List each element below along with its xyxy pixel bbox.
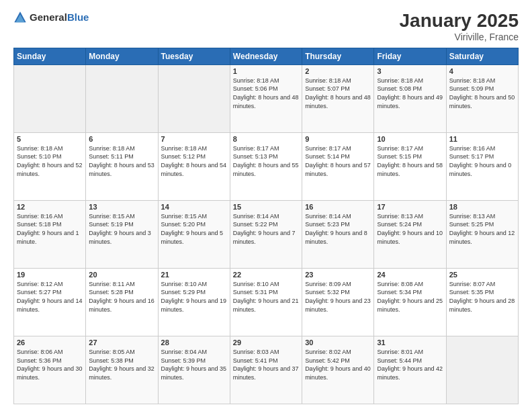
day-info: Sunrise: 8:05 AM Sunset: 5:38 PM Dayligh… [89,348,154,381]
day-number: 14 [161,203,227,211]
day-header-monday: Monday [86,48,158,64]
calendar-cell: 11Sunrise: 8:16 AM Sunset: 5:17 PM Dayli… [446,132,518,200]
logo-blue: Blue [67,11,89,23]
day-number: 10 [377,135,443,143]
day-number: 22 [233,271,299,279]
logo-general: General [30,11,67,23]
header: GeneralBlue January 2025 Viriville, Fran… [13,11,519,42]
logo-text: GeneralBlue [30,11,89,24]
calendar-cell: 12Sunrise: 8:16 AM Sunset: 5:18 PM Dayli… [14,200,86,268]
day-info: Sunrise: 8:10 AM Sunset: 5:31 PM Dayligh… [233,280,299,314]
day-info: Sunrise: 8:04 AM Sunset: 5:39 PM Dayligh… [161,348,227,381]
logo-icon [13,11,27,24]
calendar-cell: 13Sunrise: 8:15 AM Sunset: 5:19 PM Dayli… [86,200,158,268]
day-info: Sunrise: 8:07 AM Sunset: 5:35 PM Dayligh… [449,280,515,314]
calendar-cell: 1Sunrise: 8:18 AM Sunset: 5:06 PM Daylig… [230,64,302,132]
day-number: 15 [233,203,299,211]
day-header-wednesday: Wednesday [230,48,302,64]
day-info: Sunrise: 8:16 AM Sunset: 5:18 PM Dayligh… [17,212,83,246]
month-title: January 2025 [400,11,519,32]
calendar-table: SundayMondayTuesdayWednesdayThursdayFrid… [13,48,519,404]
day-number: 2 [305,67,371,75]
calendar-cell: 30Sunrise: 8:02 AM Sunset: 5:42 PM Dayli… [302,336,374,404]
day-number: 25 [449,271,515,279]
calendar-cell: 9Sunrise: 8:17 AM Sunset: 5:14 PM Daylig… [302,132,374,200]
calendar-cell [14,64,86,132]
day-number: 16 [305,203,371,211]
calendar-cell: 23Sunrise: 8:09 AM Sunset: 5:32 PM Dayli… [302,268,374,336]
calendar-cell: 16Sunrise: 8:14 AM Sunset: 5:23 PM Dayli… [302,200,374,268]
day-number: 18 [449,203,515,211]
day-info: Sunrise: 8:18 AM Sunset: 5:07 PM Dayligh… [305,77,371,110]
day-info: Sunrise: 8:09 AM Sunset: 5:32 PM Dayligh… [305,280,371,314]
calendar-cell: 18Sunrise: 8:13 AM Sunset: 5:25 PM Dayli… [446,200,518,268]
calendar-cell: 14Sunrise: 8:15 AM Sunset: 5:20 PM Dayli… [158,200,230,268]
calendar-cell: 6Sunrise: 8:18 AM Sunset: 5:11 PM Daylig… [86,132,158,200]
location: Viriville, France [400,32,519,42]
week-row-4: 19Sunrise: 8:12 AM Sunset: 5:27 PM Dayli… [14,268,519,336]
day-header-tuesday: Tuesday [158,48,230,64]
day-number: 29 [233,338,299,347]
day-info: Sunrise: 8:12 AM Sunset: 5:27 PM Dayligh… [17,280,83,314]
day-info: Sunrise: 8:02 AM Sunset: 5:42 PM Dayligh… [305,348,371,381]
day-info: Sunrise: 8:18 AM Sunset: 5:11 PM Dayligh… [89,144,154,178]
day-info: Sunrise: 8:13 AM Sunset: 5:24 PM Dayligh… [377,212,443,246]
day-number: 27 [89,338,154,347]
calendar-cell: 17Sunrise: 8:13 AM Sunset: 5:24 PM Dayli… [374,200,446,268]
day-number: 4 [449,67,515,75]
day-info: Sunrise: 8:17 AM Sunset: 5:15 PM Dayligh… [377,144,443,178]
day-number: 31 [377,338,443,347]
calendar-cell: 5Sunrise: 8:18 AM Sunset: 5:10 PM Daylig… [14,132,86,200]
calendar-cell: 10Sunrise: 8:17 AM Sunset: 5:15 PM Dayli… [374,132,446,200]
day-info: Sunrise: 8:08 AM Sunset: 5:34 PM Dayligh… [377,280,443,314]
calendar-cell: 4Sunrise: 8:18 AM Sunset: 5:09 PM Daylig… [446,64,518,132]
day-number: 5 [17,135,83,143]
day-info: Sunrise: 8:01 AM Sunset: 5:44 PM Dayligh… [377,348,443,381]
calendar-cell: 7Sunrise: 8:18 AM Sunset: 5:12 PM Daylig… [158,132,230,200]
logo: GeneralBlue [13,11,89,24]
day-number: 1 [233,67,299,75]
week-row-2: 5Sunrise: 8:18 AM Sunset: 5:10 PM Daylig… [14,132,519,200]
day-number: 26 [17,338,83,347]
week-row-5: 26Sunrise: 8:06 AM Sunset: 5:36 PM Dayli… [14,336,519,404]
day-number: 6 [89,135,154,143]
calendar-cell: 3Sunrise: 8:18 AM Sunset: 5:08 PM Daylig… [374,64,446,132]
calendar-cell: 28Sunrise: 8:04 AM Sunset: 5:39 PM Dayli… [158,336,230,404]
day-number: 19 [17,271,83,279]
calendar-cell: 20Sunrise: 8:11 AM Sunset: 5:28 PM Dayli… [86,268,158,336]
calendar-cell: 24Sunrise: 8:08 AM Sunset: 5:34 PM Dayli… [374,268,446,336]
calendar-cell [158,64,230,132]
day-number: 20 [89,271,154,279]
day-number: 21 [161,271,227,279]
day-info: Sunrise: 8:17 AM Sunset: 5:14 PM Dayligh… [305,144,371,178]
day-header-sunday: Sunday [14,48,86,64]
day-info: Sunrise: 8:16 AM Sunset: 5:17 PM Dayligh… [449,144,515,178]
day-info: Sunrise: 8:10 AM Sunset: 5:29 PM Dayligh… [161,280,227,314]
day-info: Sunrise: 8:13 AM Sunset: 5:25 PM Dayligh… [449,212,515,246]
calendar-cell: 31Sunrise: 8:01 AM Sunset: 5:44 PM Dayli… [374,336,446,404]
day-number: 30 [305,338,371,347]
week-row-3: 12Sunrise: 8:16 AM Sunset: 5:18 PM Dayli… [14,200,519,268]
day-info: Sunrise: 8:18 AM Sunset: 5:06 PM Dayligh… [233,77,299,110]
day-number: 7 [161,135,227,143]
day-number: 8 [233,135,299,143]
day-info: Sunrise: 8:15 AM Sunset: 5:19 PM Dayligh… [89,212,154,246]
day-number: 13 [89,203,154,211]
day-number: 3 [377,67,443,75]
page: GeneralBlue January 2025 Viriville, Fran… [0,0,532,411]
day-number: 9 [305,135,371,143]
day-number: 24 [377,271,443,279]
day-number: 11 [449,135,515,143]
day-number: 23 [305,271,371,279]
day-info: Sunrise: 8:03 AM Sunset: 5:41 PM Dayligh… [233,348,299,381]
calendar-cell: 15Sunrise: 8:14 AM Sunset: 5:22 PM Dayli… [230,200,302,268]
day-info: Sunrise: 8:18 AM Sunset: 5:09 PM Dayligh… [449,77,515,110]
day-headers-row: SundayMondayTuesdayWednesdayThursdayFrid… [14,48,519,64]
day-info: Sunrise: 8:14 AM Sunset: 5:22 PM Dayligh… [233,212,299,246]
calendar-cell: 27Sunrise: 8:05 AM Sunset: 5:38 PM Dayli… [86,336,158,404]
calendar-cell: 26Sunrise: 8:06 AM Sunset: 5:36 PM Dayli… [14,336,86,404]
day-info: Sunrise: 8:15 AM Sunset: 5:20 PM Dayligh… [161,212,227,246]
day-number: 28 [161,338,227,347]
day-info: Sunrise: 8:18 AM Sunset: 5:10 PM Dayligh… [17,144,83,178]
calendar-cell [86,64,158,132]
